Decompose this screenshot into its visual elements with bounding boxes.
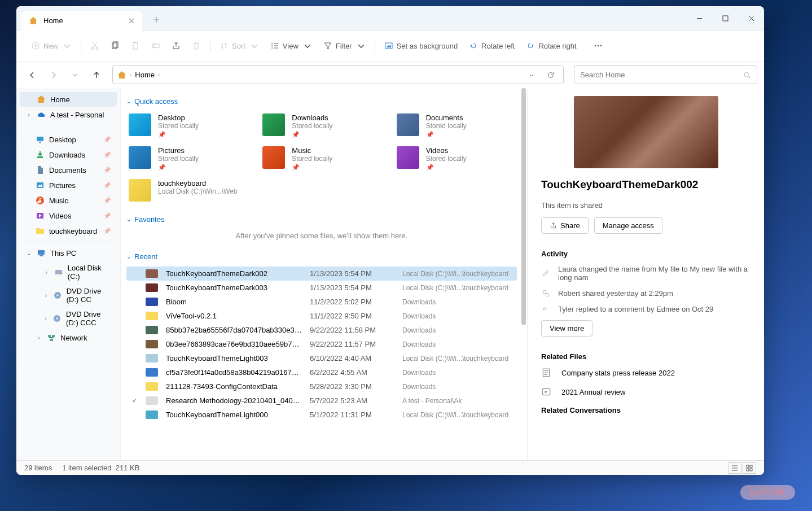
recent-file-row[interactable]: cf5a73fe0f1f4a0cd58a38b04219a0167354f87f…: [126, 365, 517, 379]
pin-icon: 📌: [103, 212, 111, 220]
scrollbar-thumb[interactable]: [521, 88, 526, 325]
copy-button[interactable]: [105, 38, 125, 54]
filter-button[interactable]: Filter: [318, 38, 371, 54]
more-button[interactable]: [588, 38, 608, 54]
maximize-button[interactable]: [712, 6, 738, 30]
file-location: Local Disk (C:)\Wi...\touchkeyboard: [402, 355, 512, 362]
pin-icon: 📌: [103, 228, 111, 235]
view-grid-button[interactable]: [743, 462, 756, 474]
cut-button[interactable]: [85, 38, 105, 54]
view-more-button[interactable]: View more: [541, 320, 592, 337]
quick-access-item[interactable]: MusicStored locally📌: [260, 144, 383, 173]
recent-file-row[interactable]: Bloom11/2/2022 5:02 PMDownloads: [126, 295, 517, 309]
file-name: 211128-73493-ConfigContextData: [166, 382, 302, 391]
new-button[interactable]: New: [25, 38, 77, 54]
quick-access-item[interactable]: DownloadsStored locally📌: [260, 111, 383, 141]
close-button[interactable]: [738, 6, 764, 30]
sidebar-item-music[interactable]: Music📌: [20, 193, 117, 208]
new-tab-button[interactable]: [148, 11, 165, 28]
section-recent[interactable]: ⌄Recent: [126, 252, 517, 261]
pin-icon: 📌: [103, 167, 111, 174]
file-location: A test - Personal\Ak: [402, 397, 512, 405]
quick-access-item[interactable]: PicturesStored locally📌: [126, 144, 249, 173]
sidebar-item-pictures[interactable]: Pictures📌: [20, 178, 117, 193]
rotate-right-button[interactable]: Rotate right: [520, 38, 582, 54]
address-bar[interactable]: › Home ›: [112, 65, 564, 84]
recent-file-row[interactable]: ✓Research Methodology-20210401_040256-Me…: [126, 394, 517, 408]
scrollbar[interactable]: [519, 88, 527, 460]
sidebar-item-home[interactable]: Home: [20, 92, 117, 107]
sidebar-item-network[interactable]: ›Network: [20, 330, 117, 345]
breadcrumb-home[interactable]: Home: [135, 71, 155, 79]
sidebar-item-documents[interactable]: Documents📌: [20, 163, 117, 177]
favorites-empty-text: After you've pinned some files, we'll sh…: [126, 232, 517, 240]
quick-access-item[interactable]: VideosStored locally📌: [394, 144, 517, 173]
rename-button[interactable]: [146, 38, 166, 54]
rotate-left-button[interactable]: Rotate left: [463, 38, 520, 54]
file-location: Downloads: [402, 340, 512, 348]
file-date: 6/2/2022 4:55 AM: [310, 368, 394, 377]
sidebar-item-onedrive[interactable]: ›A test - Personal: [20, 107, 117, 122]
recent-file-row[interactable]: TouchKeyboardThemeDark0021/13/2023 5:54 …: [126, 267, 517, 281]
sidebar-item-videos[interactable]: Videos📌: [20, 208, 117, 223]
sidebar-item-drive[interactable]: ›DVD Drive (D:) CCC: [20, 307, 117, 330]
sidebar-item-drive[interactable]: ›DVD Drive (D:) CC: [20, 284, 117, 307]
tab-home[interactable]: Home: [21, 11, 142, 30]
view-button[interactable]: View: [265, 38, 318, 54]
related-file-item[interactable]: Company stats press release 2022: [541, 368, 750, 378]
up-button[interactable]: [87, 66, 106, 84]
paste-button[interactable]: [125, 38, 146, 54]
svg-rect-38: [750, 469, 752, 471]
search-input[interactable]: [580, 71, 743, 79]
sort-button[interactable]: Sort: [214, 38, 265, 54]
related-file-item[interactable]: 2021 Annual review: [541, 387, 750, 397]
sidebar-item-thispc[interactable]: ⌄This PC: [20, 246, 117, 260]
folder-icon: [129, 179, 151, 202]
section-quick-access[interactable]: ⌄Quick access: [126, 97, 517, 106]
recent-file-row[interactable]: TouchKeyboardThemeDark0031/13/2023 5:54 …: [126, 281, 517, 295]
svg-rect-20: [38, 250, 45, 255]
recent-locations-button[interactable]: [66, 66, 84, 84]
view-details-button[interactable]: [728, 462, 741, 474]
refresh-button[interactable]: [543, 67, 559, 83]
file-name: 0b3ee7663893cae76e9bd310aee59b70d76cc476: [166, 340, 302, 348]
watermark: php中文网: [740, 485, 795, 500]
share-icon: [550, 222, 557, 229]
sidebar-item-downloads[interactable]: Downloads📌: [20, 147, 117, 162]
sidebar-item-touchkeyboard[interactable]: touchkeyboard📌: [20, 224, 117, 238]
file-thumbnail: [146, 269, 158, 278]
sidebar-item-desktop[interactable]: Desktop📌: [20, 132, 117, 147]
minimize-button[interactable]: [686, 6, 712, 30]
file-location: Local Disk (C:)\Wi...\touchkeyboard: [402, 284, 512, 292]
file-thumbnail: [146, 354, 158, 362]
recent-file-row[interactable]: 85bb37e2ba65556f7da07047bab330e3534c80a2…: [126, 323, 517, 337]
address-history-button[interactable]: [524, 67, 539, 83]
recent-file-row[interactable]: TouchKeyboardThemeLight0036/10/2022 4:40…: [126, 351, 517, 365]
section-favorites[interactable]: ⌄Favorites: [126, 215, 517, 224]
cut-icon: [90, 41, 99, 50]
back-button[interactable]: [23, 66, 41, 84]
recent-file-row[interactable]: 0b3ee7663893cae76e9bd310aee59b70d76cc476…: [126, 337, 517, 351]
pin-icon: 📌: [103, 151, 111, 159]
share-button[interactable]: Share: [541, 217, 589, 234]
share-button[interactable]: [166, 38, 186, 54]
recent-file-row[interactable]: TouchKeyboardThemeLight0005/1/2022 11:31…: [126, 408, 517, 422]
activity-item: Tyler replied to a comment by Edmee on O…: [541, 304, 750, 313]
svg-point-27: [56, 318, 58, 320]
file-date: 11/1/2022 9:50 PM: [310, 312, 394, 320]
search-box[interactable]: [574, 65, 757, 84]
sort-icon: [220, 41, 229, 50]
quick-access-item[interactable]: DocumentsStored locally📌: [394, 111, 517, 141]
svg-rect-36: [750, 465, 752, 468]
manage-access-button[interactable]: Manage access: [594, 217, 662, 234]
quick-access-item[interactable]: DesktopStored locally📌: [126, 111, 249, 141]
folder-icon: [129, 146, 151, 169]
set-background-button[interactable]: Set as background: [379, 38, 463, 54]
close-icon[interactable]: [128, 17, 135, 25]
sidebar-item-drive[interactable]: ›Local Disk (C:): [20, 261, 117, 283]
delete-button[interactable]: [186, 38, 207, 54]
forward-button[interactable]: [45, 66, 63, 84]
recent-file-row[interactable]: 211128-73493-ConfigContextData5/28/2022 …: [126, 379, 517, 394]
recent-file-row[interactable]: ViVeTool-v0.2.111/1/2022 9:50 PMDownload…: [126, 309, 517, 323]
quick-access-item[interactable]: touchkeyboardLocal Disk (C:)\Win...\Web: [126, 177, 249, 204]
